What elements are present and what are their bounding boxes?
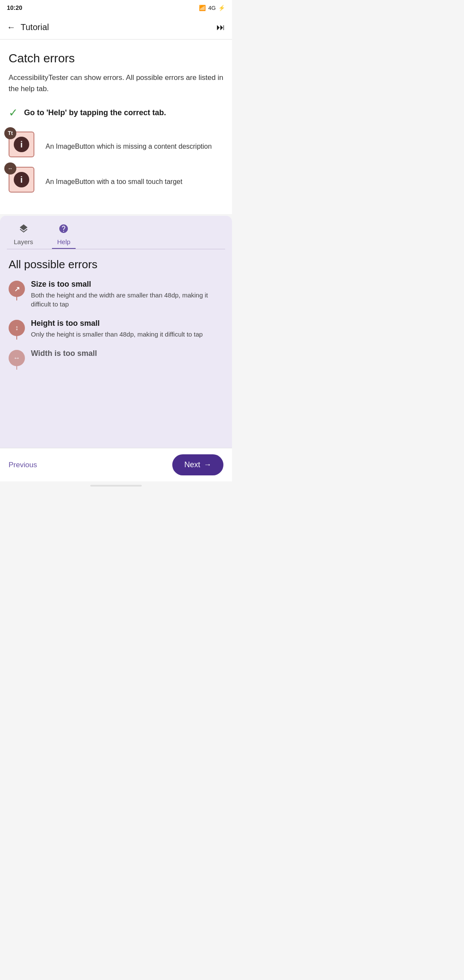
tabs-row: Layers Help [0,216,232,249]
section-title: Catch errors [9,52,223,65]
error-card-row-2: ↔ i An ImageButton with a too small touc… [9,167,223,197]
task-row: ✓ Go to 'Help' by tapping the correct ta… [9,106,223,119]
error-card-badge-arrow: ↔ [4,162,16,175]
next-button[interactable]: Next → [172,454,223,475]
status-icons: 📶 4G ⚡ [199,5,225,11]
signal-icon: 4G [208,5,216,11]
error-badge-icon-1: ↗ [14,285,20,293]
help-circle-icon [58,224,69,236]
error-item-title-1: Size is too small [31,280,223,289]
layers-icon [18,224,29,236]
battery-icon: ⚡ [218,5,225,11]
error-list-item-3: ↔ Width is too small [9,349,223,366]
app-bar-title: Tutorial [21,22,49,32]
error-card-row: Tt i An ImageButton which is missing a c… [9,132,223,162]
error-item-body-1: Size is too small Both the height and th… [31,280,223,309]
check-icon: ✓ [9,106,18,119]
error-list-item-1: ↗ Size is too small Both the height and … [9,280,223,309]
bottom-panel: Layers Help All possible errors ↗ [0,216,232,448]
bottom-nav: Previous Next → [0,448,232,481]
back-button[interactable]: ← [7,22,15,32]
error-item-title-3: Width is too small [31,349,97,358]
phone-wrap: 10:20 📶 4G ⚡ ← Tutorial ⏭ Catch errors A… [0,0,232,487]
skip-to-end-button[interactable]: ⏭ [217,22,225,32]
error-card-text-1: An ImageButton which is missing a conten… [46,142,212,151]
error-card-visual-2: ↔ i [9,167,39,197]
section-description: AccessibilityTester can show errors. All… [9,72,223,94]
error-card-visual-1: Tt i [9,132,39,162]
error-card-text-2: An ImageButton with a too small touch ta… [46,177,182,187]
error-item-body-3: Width is too small [31,349,97,360]
tab-layers[interactable]: Layers [9,219,38,249]
error-card-badge-tt: Tt [4,127,16,139]
next-arrow-icon: → [204,460,211,469]
status-time: 10:20 [7,4,22,11]
error-badge-icon-3: ↔ [13,354,20,362]
error-item-desc-1: Both the height and the width are smalle… [31,291,223,309]
error-item-desc-2: Only the height is smaller than 48dp, ma… [31,330,203,339]
main-content: Catch errors AccessibilityTester can sho… [0,40,232,214]
error-item-body-2: Height is too small Only the height is s… [31,319,203,339]
tab-help[interactable]: Help [52,219,76,249]
error-cards: Tt i An ImageButton which is missing a c… [9,132,223,202]
home-indicator [90,485,142,487]
error-list-item-2: ↕ Height is too small Only the height is… [9,319,223,339]
info-icon-2: i [14,172,29,187]
error-badge-width: ↔ [9,350,25,366]
app-bar: ← Tutorial ⏭ [0,15,232,40]
status-bar: 10:20 📶 4G ⚡ [0,0,232,15]
app-bar-left: ← Tutorial [7,22,49,32]
info-icon-1: i [14,137,29,152]
bluetooth-icon: 📶 [199,5,206,11]
next-button-label: Next [184,460,200,469]
error-badge-height: ↕ [9,320,25,336]
tab-layers-label: Layers [14,238,33,245]
error-badge-size: ↗ [9,281,25,297]
panel-content: All possible errors ↗ Size is too small … [0,249,232,366]
error-item-title-2: Height is too small [31,319,203,328]
tab-help-label: Help [57,238,70,245]
error-badge-icon-2: ↕ [15,324,18,332]
task-text: Go to 'Help' by tapping the correct tab. [24,107,166,118]
panel-title: All possible errors [9,258,223,271]
previous-button[interactable]: Previous [9,461,37,469]
